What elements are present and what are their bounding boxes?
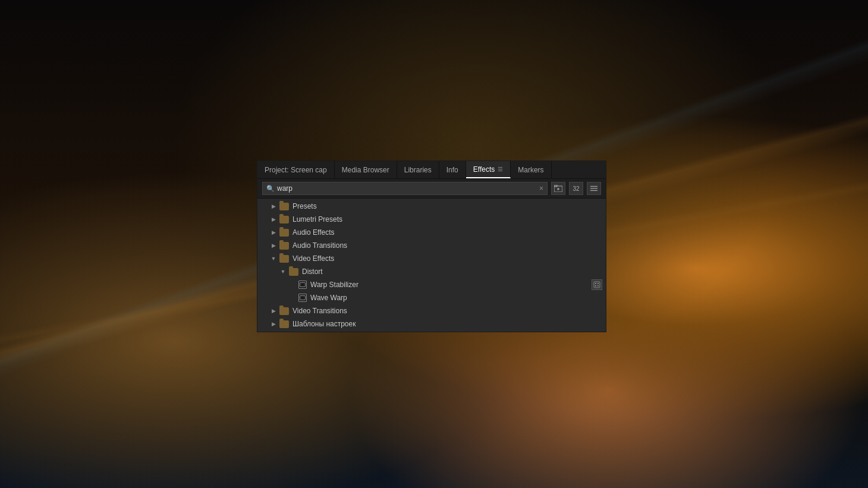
chevron-video-transitions: ▶ <box>269 308 278 314</box>
chevron-audio-transitions: ▶ <box>269 243 278 248</box>
wave-warp-label: Wave Warp <box>310 294 602 302</box>
clear-search-button[interactable]: × <box>539 185 543 192</box>
tab-media-browser[interactable]: Media Browser <box>335 161 397 178</box>
tree-item-shablon[interactable]: ▶ Шаблоны настроек <box>257 317 606 330</box>
tree-item-audio-effects[interactable]: ▶ Audio Effects <box>257 226 606 239</box>
folder-icon-video-effects <box>279 255 289 263</box>
presets-label: Presets <box>293 202 602 210</box>
tree-item-wave-warp[interactable]: Wave Warp <box>257 291 606 304</box>
tab-libraries[interactable]: Libraries <box>397 161 439 178</box>
folder-icon-audio-transitions <box>279 242 289 250</box>
shablon-label: Шаблоны настроек <box>293 320 602 328</box>
tab-project[interactable]: Project: Screen cap <box>257 161 335 178</box>
effect-icon-warp-stabilizer <box>298 281 307 289</box>
tree-item-presets[interactable]: ▶ Presets <box>257 200 606 213</box>
video-effects-label: Video Effects <box>293 254 602 263</box>
search-input[interactable] <box>277 184 537 193</box>
svg-rect-8 <box>595 283 596 284</box>
tree-item-video-effects[interactable]: ▼ Video Effects <box>257 252 606 265</box>
search-input-wrap: 🔍 × <box>262 182 548 195</box>
svg-rect-10 <box>595 285 596 286</box>
chevron-presets: ▶ <box>269 203 278 209</box>
tab-info[interactable]: Info <box>439 161 466 178</box>
list-view-button[interactable] <box>587 182 601 195</box>
effect-icon-wave-warp <box>298 294 307 302</box>
distort-label: Distort <box>302 267 602 276</box>
audio-effects-label: Audio Effects <box>293 228 602 237</box>
effects-panel: Project: Screen cap Media Browser Librar… <box>257 160 606 332</box>
folder-icon-audio-effects <box>279 229 289 237</box>
folder-icon-presets <box>279 203 289 210</box>
svg-rect-7 <box>594 282 600 288</box>
svg-rect-9 <box>597 283 599 284</box>
svg-rect-11 <box>597 285 599 286</box>
new-folder-button[interactable] <box>551 182 565 195</box>
chevron-video-effects: ▼ <box>269 256 278 262</box>
tree-item-audio-transitions[interactable]: ▶ Audio Transitions <box>257 239 606 252</box>
tab-effects[interactable]: Effects ☰ <box>466 161 511 178</box>
chevron-distort: ▼ <box>279 269 287 275</box>
tree-item-distort[interactable]: ▼ Distort <box>257 265 606 278</box>
folder-icon-lumetri <box>279 216 289 223</box>
tab-bar: Project: Screen cap Media Browser Librar… <box>257 161 606 179</box>
chevron-audio-effects: ▶ <box>269 229 278 235</box>
tree-item-lumetri-presets[interactable]: ▶ Lumetri Presets <box>257 213 606 226</box>
warp-stabilizer-action-button[interactable] <box>592 279 602 290</box>
search-icon: 🔍 <box>266 185 275 193</box>
lumetri-label: Lumetri Presets <box>293 215 602 223</box>
tab-menu-icon: ☰ <box>498 166 503 172</box>
search-bar: 🔍 × 32 <box>257 179 606 199</box>
audio-transitions-label: Audio Transitions <box>293 241 602 250</box>
tree-item-video-transitions[interactable]: ▶ Video Transitions <box>257 304 606 317</box>
warp-stabilizer-label: Warp Stabilizer <box>310 281 590 289</box>
tab-markers[interactable]: Markers <box>511 161 551 178</box>
video-transitions-label: Video Transitions <box>293 307 602 315</box>
effects-tree: ▶ Presets ▶ Lumetri Presets ▶ Audio Effe… <box>257 199 606 332</box>
view-32-button[interactable]: 32 <box>569 182 583 195</box>
folder-icon-distort <box>289 268 298 276</box>
chevron-lumetri: ▶ <box>269 216 278 222</box>
folder-icon-shablon <box>279 320 289 328</box>
folder-icon-video-transitions <box>279 307 289 315</box>
chevron-shablon: ▶ <box>269 321 278 327</box>
tree-item-warp-stabilizer[interactable]: Warp Stabilizer <box>257 278 606 291</box>
